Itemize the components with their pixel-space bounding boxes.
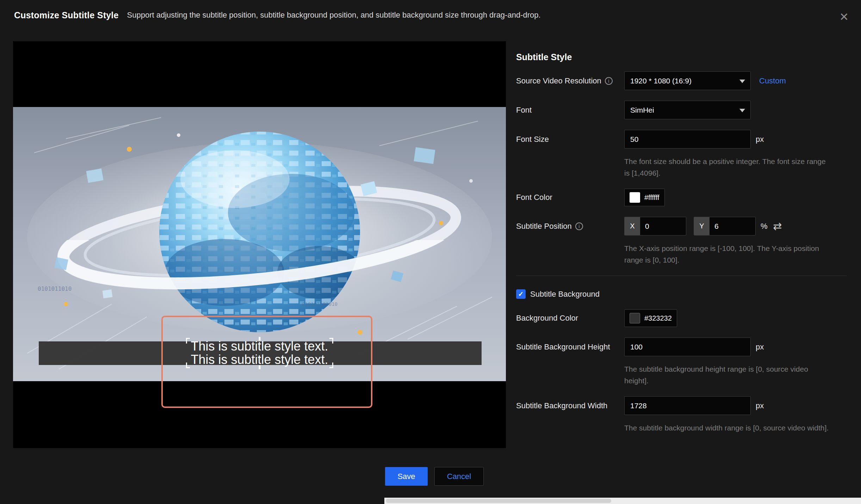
background-color-swatch-icon — [630, 313, 640, 323]
font-value: SimHei — [630, 106, 654, 114]
font-color-picker[interactable]: #ffffff — [624, 189, 665, 206]
font-size-hint: The font size should be a positive integ… — [624, 156, 830, 179]
dialog-title: Customize Subtitle Style — [14, 10, 119, 20]
font-size-unit: px — [756, 135, 764, 144]
position-x-group: X — [624, 217, 686, 235]
position-x-input[interactable] — [640, 217, 686, 235]
chevron-down-icon — [739, 109, 745, 112]
font-color-label: Font Color — [516, 193, 624, 202]
position-unit: % — [761, 222, 768, 231]
check-icon: ✓ — [518, 290, 524, 298]
subtitle-background-toggle-row: ✓ Subtitle Background — [516, 289, 847, 299]
subtitle-style-panel: Subtitle Style Source Video Resolution i… — [516, 52, 847, 443]
horizontal-scrollbar[interactable] — [384, 498, 861, 504]
dialog-description: Support adjusting the subtitle position,… — [127, 11, 541, 20]
background-height-label: Subtitle Background Height — [516, 342, 624, 352]
svg-text:0101011010: 0101011010 — [38, 285, 72, 292]
background-width-hint: The subtitle background width range is [… — [624, 422, 830, 434]
font-size-label: Font Size — [516, 135, 624, 144]
subtitle-drag-selection[interactable] — [161, 316, 372, 408]
font-color-value: #ffffff — [644, 194, 659, 202]
background-color-row: Background Color #323232 — [516, 309, 847, 327]
font-color-row: Font Color #ffffff — [516, 189, 847, 206]
font-color-swatch-icon — [630, 192, 640, 203]
background-height-unit: px — [756, 342, 764, 352]
resolution-row: Source Video Resolution i 1920 * 1080 (1… — [516, 71, 847, 90]
background-width-input[interactable] — [624, 396, 751, 415]
save-button[interactable]: Save — [385, 467, 428, 486]
font-label: Font — [516, 106, 624, 115]
info-icon[interactable]: i — [605, 77, 613, 85]
position-y-group: Y — [694, 217, 756, 235]
subtitle-position-hint: The X-axis position range is [-100, 100]… — [624, 242, 830, 266]
custom-resolution-link[interactable]: Custom — [759, 76, 786, 86]
background-width-row: Subtitle Background Width px — [516, 396, 847, 415]
section-divider — [516, 276, 847, 276]
customize-subtitle-style-dialog: Customize Subtitle Style Support adjusti… — [0, 0, 861, 504]
scrollbar-thumb[interactable] — [386, 499, 611, 503]
background-height-hint: The subtitle background height range is … — [624, 363, 830, 386]
position-y-chip: Y — [694, 217, 710, 235]
background-width-unit: px — [756, 401, 764, 410]
font-size-row: Font Size px — [516, 130, 847, 149]
video-preview-area: 0101011010 010101101010 This is subtitle… — [13, 41, 506, 448]
font-row: Font SimHei — [516, 101, 847, 119]
info-icon[interactable]: i — [575, 222, 583, 230]
panel-title: Subtitle Style — [516, 52, 847, 62]
close-icon[interactable]: ✕ — [836, 9, 852, 25]
background-height-input[interactable] — [624, 338, 751, 356]
dialog-footer: Save Cancel — [385, 467, 484, 486]
resolution-value: 1920 * 1080 (16:9) — [630, 77, 692, 85]
swap-axes-icon[interactable]: ⇄ — [773, 221, 782, 232]
background-width-label: Subtitle Background Width — [516, 401, 624, 410]
font-select[interactable]: SimHei — [624, 101, 751, 119]
subtitle-background-checkbox-label[interactable]: Subtitle Background — [530, 290, 600, 299]
font-size-input[interactable] — [624, 130, 751, 149]
position-x-chip: X — [625, 217, 640, 235]
dialog-header: Customize Subtitle Style Support adjusti… — [0, 0, 861, 30]
resolution-select[interactable]: 1920 * 1080 (16:9) — [624, 71, 751, 90]
chevron-down-icon — [739, 80, 745, 83]
svg-text:010101101010: 010101101010 — [302, 301, 337, 307]
background-color-value: #323232 — [644, 314, 672, 322]
resolution-label: Source Video Resolution i — [516, 76, 624, 86]
cancel-button[interactable]: Cancel — [434, 467, 484, 486]
background-color-label: Background Color — [516, 314, 624, 323]
subtitle-position-label: Subtitle Position i — [516, 222, 624, 231]
subtitle-position-row: Subtitle Position i X Y % ⇄ — [516, 217, 847, 235]
background-color-picker[interactable]: #323232 — [624, 309, 677, 327]
background-height-row: Subtitle Background Height px — [516, 338, 847, 356]
subtitle-background-checkbox[interactable]: ✓ — [516, 289, 526, 299]
position-y-input[interactable] — [710, 217, 755, 235]
